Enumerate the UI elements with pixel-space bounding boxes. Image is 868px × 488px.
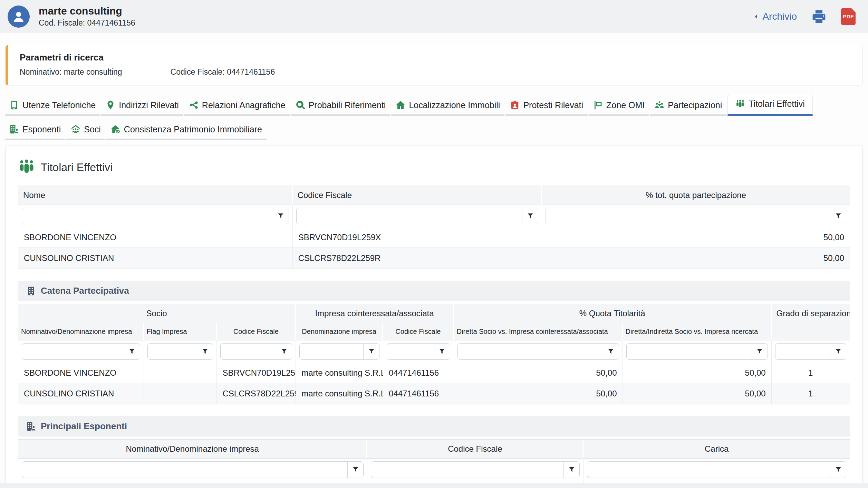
filter-button[interactable]: [830, 344, 846, 359]
filter-button[interactable]: [522, 208, 538, 224]
tab-indirizzi-rilevati[interactable]: Indirizzi Rilevati: [101, 96, 183, 116]
filter-input-codice-fiscale-impresa[interactable]: [387, 344, 434, 359]
filter-icon: [835, 348, 842, 355]
cell-quota-diretta: 50,00: [454, 363, 623, 383]
cell-flag-impresa: [144, 363, 217, 383]
bottom-strip: [0, 483, 868, 488]
group-header-row: Socio Impresa cointeressata/associata % …: [18, 304, 850, 323]
tab-esponenti[interactable]: Esponenti: [5, 120, 65, 140]
filter-input-flag-impresa[interactable]: [148, 344, 197, 359]
tab-titolari-effettivi[interactable]: Titolari Effettivi: [727, 94, 813, 116]
people-group-icon: [18, 159, 35, 176]
cell-codice-fiscale-impresa: 04471461156: [383, 363, 454, 383]
filter-button[interactable]: [752, 344, 768, 359]
mobile-icon: [9, 100, 19, 110]
filter-icon: [438, 348, 445, 355]
tab-label: Consistenza Patrimonio Immobiliare: [124, 124, 262, 134]
filter-button[interactable]: [603, 344, 619, 359]
filter-input-codice-fiscale-socio[interactable]: [221, 344, 276, 359]
house-icon: [396, 100, 405, 110]
col-nominativo: Nominativo/Denominazione impresa: [18, 440, 367, 459]
tab-zone-omi[interactable]: Zone OMI: [589, 96, 649, 116]
filter-input-quota[interactable]: [546, 208, 830, 224]
app-header: marte consulting Cod. Fiscale: 044714611…: [0, 0, 868, 33]
exponents-section-title: Principali Esponenti: [41, 421, 127, 432]
filter-row: [18, 459, 850, 481]
group-impresa: Impresa cointeressata/associata: [296, 304, 454, 323]
content-card: Titolari Effettivi Nome Codice Fiscale %…: [6, 146, 862, 488]
filter-button[interactable]: [197, 344, 213, 359]
tab-label: Protesti Rilevati: [523, 100, 583, 110]
users-icon: [655, 100, 664, 110]
col-denominazione-impresa: Denominazione impresa: [296, 323, 383, 340]
tab-strip: Utenze Telefoniche Indirizzi Rilevati Re…: [5, 96, 863, 140]
tab-protesti-rilevati[interactable]: Protesti Rilevati: [505, 96, 588, 116]
tab-partecipazioni[interactable]: Partecipazioni: [650, 96, 726, 116]
filter-input-nominativo[interactable]: [22, 462, 347, 478]
cell-grado: 1: [772, 383, 850, 404]
header-row: Nominativo/Denominazione impresa Codice …: [18, 440, 850, 459]
chain-section-title: Catena Partecipativa: [41, 285, 129, 296]
chain-section-header: Catena Partecipativa: [18, 281, 850, 301]
house-check-icon: [111, 124, 120, 134]
cell-quota-diretta: 50,00: [454, 383, 623, 404]
pdf-export-button[interactable]: PDF: [841, 8, 856, 25]
header-row: Nome Codice Fiscale % tot. quota parteci…: [18, 186, 850, 205]
filter-button[interactable]: [124, 344, 140, 359]
filter-input-quota-diretta[interactable]: [458, 344, 603, 359]
pdf-icon: PDF: [843, 13, 854, 19]
filter-button[interactable]: [830, 462, 846, 478]
col-grado-empty: [772, 323, 850, 340]
filter-box: [387, 343, 450, 360]
archive-link[interactable]: Archivio: [753, 11, 797, 22]
tab-label: Relazioni Anagrafiche: [202, 100, 286, 110]
filter-button[interactable]: [434, 344, 450, 359]
tab-utenze-telefoniche[interactable]: Utenze Telefoniche: [5, 96, 100, 116]
building-user-icon: [9, 124, 19, 134]
filter-button[interactable]: [563, 462, 579, 478]
header-actions: Archivio PDF: [753, 8, 860, 25]
filter-box: [587, 461, 846, 478]
filter-input-codice-fiscale[interactable]: [297, 208, 522, 224]
filter-input-codice-fiscale[interactable]: [371, 462, 563, 478]
filter-button[interactable]: [347, 462, 363, 478]
filter-icon: [607, 348, 614, 355]
filter-icon: [281, 348, 288, 355]
cell-nominativo: CUNSOLINO CRISTIAN: [18, 383, 144, 404]
col-codice-fiscale: Codice Fiscale: [367, 440, 584, 459]
filter-input-nome[interactable]: [22, 208, 273, 224]
filter-input-carica[interactable]: [587, 462, 830, 478]
print-button[interactable]: [811, 9, 827, 24]
filter-button[interactable]: [363, 344, 379, 359]
param-nominativo: Nominativo: marte consulting: [20, 67, 122, 77]
share-nodes-icon: [189, 100, 199, 110]
filter-button[interactable]: [276, 344, 292, 359]
group-grado-separazione: Grado di separazione: [772, 304, 850, 323]
exponents-table: Nominativo/Denominazione impresa Codice …: [18, 439, 850, 488]
tab-probabili-riferimenti[interactable]: Probabili Riferimenti: [291, 96, 390, 116]
filter-input-grado[interactable]: [775, 344, 830, 359]
filter-button[interactable]: [830, 208, 846, 224]
cell-quota: 50,00: [542, 248, 850, 269]
filter-input-nominativo[interactable]: [22, 344, 124, 359]
tab-soci[interactable]: Soci: [66, 120, 105, 140]
filter-box: [22, 343, 140, 360]
col-quota-diretta: Diretta Socio vs. Impresa cointeressata/…: [454, 323, 623, 340]
group-socio: Socio: [18, 304, 296, 323]
tab-label: Indirizzi Rilevati: [119, 100, 179, 110]
table-row: CUNSOLINO CRISTIAN CSLCRS78D22L259R mart…: [18, 383, 850, 404]
filter-icon: [756, 348, 763, 355]
filter-input-denominazione[interactable]: [300, 344, 363, 359]
filter-box: [299, 343, 379, 360]
building-user-icon: [26, 422, 36, 431]
param-codice-fiscale: Codice Fiscale: 04471461156: [171, 67, 275, 77]
filter-input-quota-indiretta[interactable]: [627, 344, 752, 359]
filter-button[interactable]: [273, 208, 289, 224]
tab-consistenza-patrimonio-immobiliare[interactable]: Consistenza Patrimonio Immobiliare: [106, 120, 267, 140]
filter-box: [147, 343, 213, 360]
tab-localizzazione-immobili[interactable]: Localizzazione Immobili: [391, 96, 504, 116]
tab-relazioni-anagrafiche[interactable]: Relazioni Anagrafiche: [184, 96, 290, 116]
tab-label: Partecipazioni: [668, 100, 722, 110]
id-badge-icon: [510, 100, 520, 110]
tab-label: Probabili Riferimenti: [309, 100, 386, 110]
